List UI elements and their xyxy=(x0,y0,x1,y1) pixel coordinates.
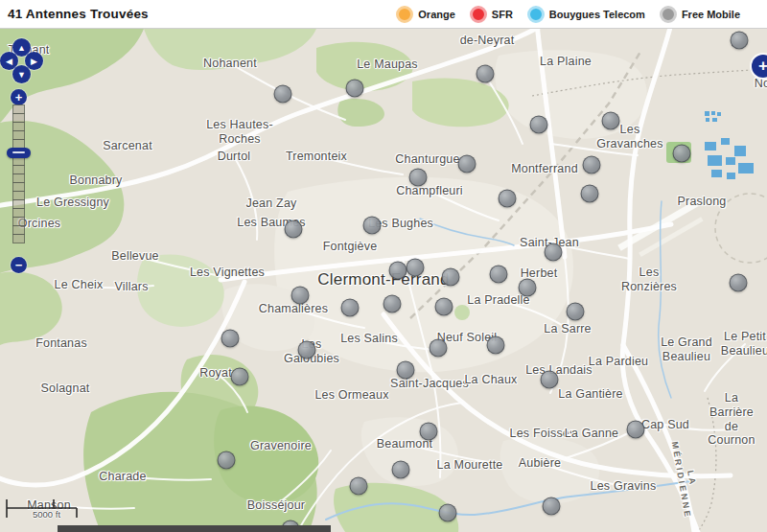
antenna-marker[interactable] xyxy=(231,368,249,386)
antenna-marker[interactable] xyxy=(384,295,402,313)
results-count: 41 Antennes Trouvées xyxy=(0,7,149,21)
antenna-marker[interactable] xyxy=(583,156,601,174)
antenna-marker[interactable] xyxy=(581,185,599,203)
map-tiles xyxy=(0,29,767,532)
antenna-marker[interactable] xyxy=(543,497,561,516)
antenna-marker[interactable] xyxy=(221,330,240,348)
antenna-marker[interactable] xyxy=(476,65,495,83)
antenna-marker[interactable] xyxy=(519,279,537,297)
antenna-marker[interactable] xyxy=(730,274,748,292)
scale-line: 5000 ft xyxy=(6,497,92,521)
pan-down-button[interactable]: ▼ xyxy=(12,65,31,83)
antenna-marker[interactable] xyxy=(350,477,368,496)
antenna-marker[interactable] xyxy=(567,303,585,321)
antenna-marker[interactable] xyxy=(363,217,382,235)
sfr-dot-icon xyxy=(470,6,487,23)
free-mobile-dot-icon xyxy=(660,6,677,23)
antenna-marker[interactable] xyxy=(458,155,476,173)
antenna-marker[interactable] xyxy=(409,169,428,187)
legend-label: SFR xyxy=(492,9,513,20)
bottom-panel-edge xyxy=(58,525,331,532)
antenna-marker[interactable] xyxy=(397,361,415,380)
scale-imperial-label: 5000 ft xyxy=(33,509,60,520)
antenna-marker[interactable] xyxy=(285,220,303,239)
antenna-marker[interactable] xyxy=(442,268,460,287)
map-canvas[interactable]: TernantNohanentLe Maupasde-NeyratLa Plai… xyxy=(0,29,767,532)
zoom-bar[interactable] xyxy=(12,105,25,243)
antenna-map-app: 41 Antennes Trouvées OrangeSFRBouygues T… xyxy=(0,0,767,532)
legend-sfr[interactable]: SFR xyxy=(470,6,513,23)
antenna-marker[interactable] xyxy=(731,32,749,50)
legend-orange[interactable]: Orange xyxy=(396,6,455,23)
antenna-marker[interactable] xyxy=(487,336,505,355)
orange-dot-icon xyxy=(396,6,413,23)
antenna-marker[interactable] xyxy=(392,461,410,479)
legend-label: Free Mobile xyxy=(682,9,740,20)
zoom-slider-handle[interactable] xyxy=(7,148,31,158)
antenna-marker[interactable] xyxy=(346,80,364,98)
antenna-marker[interactable] xyxy=(407,259,425,277)
antenna-marker[interactable] xyxy=(389,262,407,280)
legend-free-mobile[interactable]: Free Mobile xyxy=(660,6,740,23)
antenna-marker[interactable] xyxy=(499,190,517,208)
legend-bouygues-telecom[interactable]: Bouygues Telecom xyxy=(527,6,645,23)
antenna-marker[interactable] xyxy=(341,299,360,317)
zoom-bar-segment[interactable] xyxy=(12,234,25,243)
antenna-marker[interactable] xyxy=(530,116,548,134)
zoom-in-button[interactable]: + xyxy=(11,89,27,105)
antenna-marker[interactable] xyxy=(298,341,316,359)
antenna-marker[interactable] xyxy=(545,243,563,262)
antenna-marker[interactable] xyxy=(435,298,453,316)
antenna-marker[interactable] xyxy=(541,371,559,389)
legend-label: Bouygues Telecom xyxy=(549,9,645,20)
antenna-marker[interactable] xyxy=(490,266,508,284)
antenna-marker[interactable] xyxy=(420,423,438,441)
zoom-out-button[interactable]: − xyxy=(11,257,27,273)
antenna-marker[interactable] xyxy=(218,451,236,470)
antenna-marker[interactable] xyxy=(439,504,457,522)
bouygues-telecom-dot-icon xyxy=(527,6,545,23)
antenna-marker[interactable] xyxy=(627,421,645,439)
operator-legend: OrangeSFRBouygues TelecomFree Mobile xyxy=(396,6,767,23)
header: 41 Antennes Trouvées OrangeSFRBouygues T… xyxy=(0,0,767,29)
antenna-marker[interactable] xyxy=(602,112,620,130)
legend-label: Orange xyxy=(418,9,455,20)
antenna-marker[interactable] xyxy=(673,145,691,163)
antenna-marker[interactable] xyxy=(274,85,292,104)
antenna-marker[interactable] xyxy=(291,287,310,305)
antenna-marker[interactable] xyxy=(430,339,448,358)
